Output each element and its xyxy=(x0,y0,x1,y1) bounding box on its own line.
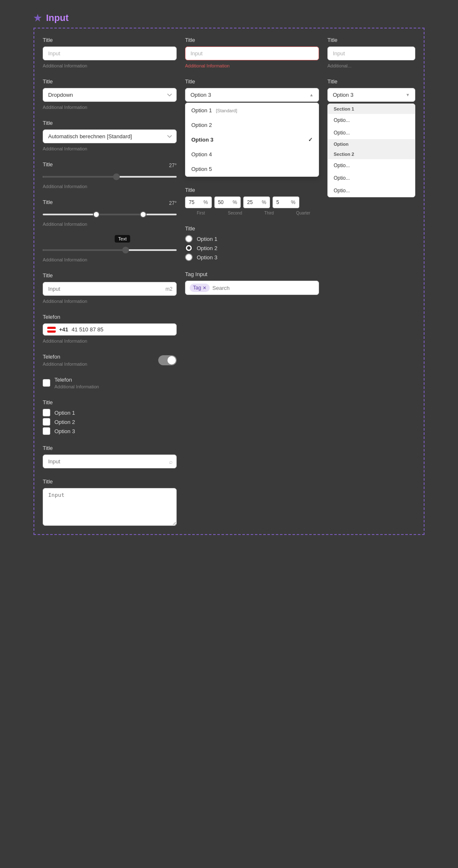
slider-track-1[interactable] xyxy=(43,176,177,178)
single-checkbox-row: Telefon Additional Information xyxy=(43,377,177,389)
slider-thumb-1[interactable] xyxy=(113,173,120,180)
right-text-input-1[interactable] xyxy=(327,46,415,60)
checkbox-row-2: Option 2 xyxy=(43,418,177,426)
right-item-3[interactable]: Optio... xyxy=(328,159,415,172)
percent-input-2[interactable] xyxy=(218,199,232,205)
tag-pill: Tag ✕ xyxy=(190,284,210,292)
single-checkbox[interactable] xyxy=(43,379,50,387)
text-input-1[interactable] xyxy=(43,46,177,60)
right-item-5[interactable]: Optio... xyxy=(328,184,415,197)
slider-fill-1 xyxy=(43,176,116,178)
percent-input-3[interactable] xyxy=(247,199,260,205)
toggle-knob xyxy=(167,356,176,364)
slider-track-2[interactable] xyxy=(43,214,177,215)
right-dropdown-group: Title Option 3 ▼ Section 1 Optio... Opti… xyxy=(327,78,415,197)
tag-input-label: Tag Input xyxy=(185,271,319,277)
right-dropdown-trigger[interactable]: Option 3 ▼ xyxy=(327,88,415,102)
dropdown-selected-value: Option 3 xyxy=(190,92,211,98)
radio-1[interactable] xyxy=(185,235,193,243)
slider-group-2: Title 27° Additional Information xyxy=(43,199,177,227)
mid-column: Title Additional Information Title Optio… xyxy=(185,37,319,526)
phone-row-1: +41 xyxy=(43,323,177,336)
checkbox-2[interactable] xyxy=(43,418,50,426)
tag-input-group: Tag Input Tag ✕ xyxy=(185,271,319,295)
dropdown-item-2[interactable]: Option 2 xyxy=(185,118,319,132)
search-icon: ⌕ xyxy=(169,458,172,465)
right-item-1[interactable]: Optio... xyxy=(328,114,415,127)
text-input-group-2: Title Additional Information xyxy=(185,37,319,68)
text-input-2[interactable] xyxy=(185,46,319,60)
checkbox-1[interactable] xyxy=(43,409,50,416)
percent-sign-2: % xyxy=(233,199,237,205)
tag-search-input[interactable] xyxy=(212,285,314,291)
percent-cell-3: % xyxy=(243,196,270,208)
percent-input-4[interactable] xyxy=(276,199,290,205)
main-container: Title Additional Information Title Dropd… xyxy=(33,28,425,535)
phone-group-1: Telefon +41 Additional Information xyxy=(43,314,177,344)
right-column: Title Additional... Title Option 3 ▼ Sec… xyxy=(327,37,415,526)
search-label: Title xyxy=(43,445,177,451)
toggle-switch[interactable] xyxy=(158,355,177,365)
dropdown-trigger[interactable]: Option 3 ▲ xyxy=(185,88,319,102)
percent-label-second: Second xyxy=(219,211,251,215)
slider-fill-3 xyxy=(43,249,126,251)
single-checkbox-label: Telefon xyxy=(54,377,99,383)
dropdown-select-1[interactable]: Dropdown xyxy=(43,88,177,102)
percent-label: Title xyxy=(185,187,319,193)
percent-labels: First Second Third Quarter xyxy=(185,211,319,215)
dropdown-item-5[interactable]: Option 5 xyxy=(185,162,319,176)
auto-calc-select[interactable]: Automatisch berechnen [Standard] xyxy=(43,129,177,143)
search-wrapper: ⌕ xyxy=(43,455,177,468)
field-sublabel-phone1: Additional Information xyxy=(43,338,177,344)
field-label-mid1: Title xyxy=(185,37,319,43)
right-field-sublabel-1: Additional... xyxy=(327,63,415,68)
page-header: Input xyxy=(0,0,458,28)
slider-group-1: Title 27° Additional Information xyxy=(43,161,177,189)
slider-thumb-2a[interactable] xyxy=(93,211,100,218)
dropdown-item-label-4: Option 4 xyxy=(191,151,212,158)
field-sublabel-mid1: Additional Information xyxy=(185,63,319,68)
tag-input-wrapper[interactable]: Tag ✕ xyxy=(185,281,319,295)
phone-flag xyxy=(47,327,56,333)
radio-2[interactable] xyxy=(185,244,193,252)
slider-thumb-3[interactable]: Text xyxy=(122,247,129,253)
right-option-label: Option xyxy=(328,139,415,149)
m2-input[interactable] xyxy=(43,282,177,296)
slider-track-3[interactable]: Text xyxy=(43,249,177,251)
single-checkbox-sublabel: Additional Information xyxy=(54,384,99,389)
text-input-group-1: Title Additional Information xyxy=(43,37,177,68)
right-item-4[interactable]: Optio... xyxy=(328,172,415,184)
radio-3[interactable] xyxy=(185,253,193,261)
radio-row-1: Option 1 xyxy=(185,235,319,243)
checkbox-label-3: Option 3 xyxy=(54,428,75,434)
diamond-icon xyxy=(33,14,42,22)
checkmark-icon: ✓ xyxy=(308,137,313,143)
percent-label-third: Third xyxy=(253,211,285,215)
dropdown-item-3[interactable]: Option 3 ✓ xyxy=(185,132,319,147)
radio-row-3: Option 3 xyxy=(185,253,319,261)
phone-input[interactable] xyxy=(72,326,172,333)
slider1-value: 27° xyxy=(169,163,177,168)
checkbox-3[interactable] xyxy=(43,427,50,435)
field-label-slider2: Title xyxy=(43,199,53,205)
chevron-up-icon: ▲ xyxy=(309,93,314,97)
field-label-1: Title xyxy=(43,37,177,43)
percent-input-1[interactable] xyxy=(189,199,202,205)
textarea-input[interactable] xyxy=(43,488,177,526)
toggle-sublabel: Additional Information xyxy=(43,362,87,367)
search-input[interactable] xyxy=(43,455,177,468)
dropdown-item-1[interactable]: Option 1 [Standard] xyxy=(185,103,319,118)
dropdown-item-4[interactable]: Option 4 xyxy=(185,147,319,162)
radio-group: Title Option 1 Option 2 Option 3 xyxy=(185,225,319,261)
checkboxes-group: Title Option 1 Option 2 Option 3 xyxy=(43,399,177,435)
percent-label-quarter: Quarter xyxy=(288,211,319,215)
tag-close-icon[interactable]: ✕ xyxy=(203,285,206,291)
right-item-2[interactable]: Optio... xyxy=(328,127,415,139)
slider-thumb-2b[interactable] xyxy=(140,211,147,218)
right-chevron-icon: ▼ xyxy=(406,93,410,97)
percent-label-first: First xyxy=(185,211,217,215)
search-input-group: Title ⌕ xyxy=(43,445,177,468)
field-label-3: Title xyxy=(43,120,177,126)
slider2-value: 27° xyxy=(169,200,177,206)
checkbox-row-1: Option 1 xyxy=(43,409,177,416)
